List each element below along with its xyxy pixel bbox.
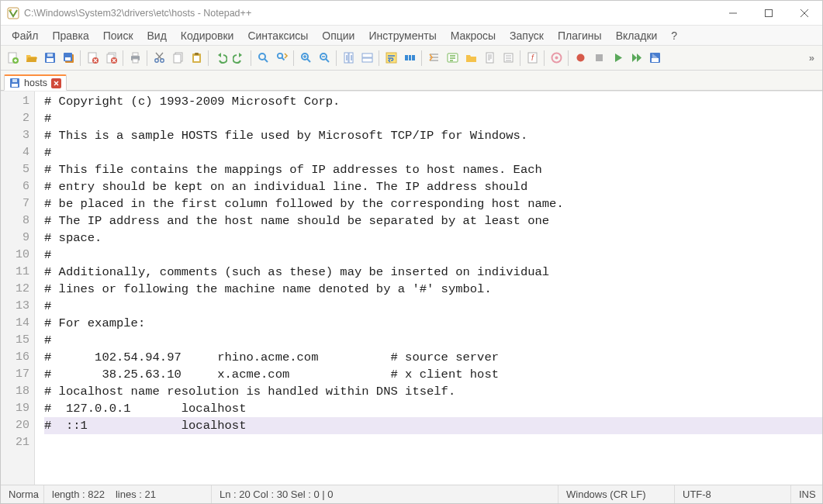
sync-v-icon[interactable] (340, 50, 357, 67)
redo-icon[interactable] (230, 50, 247, 67)
new-file-icon[interactable] (4, 50, 21, 67)
code-line[interactable]: # 127.0.0.1 localhost (44, 400, 822, 417)
toolbar-separator (251, 50, 251, 66)
code-line[interactable]: # (44, 247, 822, 264)
code-line[interactable]: # entry should be kept on an individual … (44, 178, 822, 195)
save-macro-icon[interactable] (646, 50, 663, 67)
sync-h-icon[interactable] (358, 50, 375, 67)
line-number: 8 (1, 212, 29, 230)
menu-файл[interactable]: Файл (5, 27, 44, 44)
line-number: 5 (1, 161, 29, 178)
code-line[interactable] (44, 434, 822, 451)
word-wrap-icon[interactable] (382, 50, 399, 67)
code-line[interactable]: # This is a sample HOSTS file used by Mi… (44, 127, 822, 144)
code-line[interactable]: # (44, 332, 822, 349)
code-line[interactable]: # be placed in the first column followed… (44, 195, 822, 212)
menu-кодировки[interactable]: Кодировки (175, 27, 240, 44)
svg-rect-25 (174, 54, 181, 63)
line-number: 16 (1, 349, 29, 366)
menu-макросы[interactable]: Макросы (444, 27, 502, 44)
status-eol: Windows (CR LF) (558, 485, 675, 503)
menu-инструменты[interactable]: Инструменты (362, 27, 442, 44)
close-all-icon[interactable] (102, 50, 119, 67)
code-line[interactable]: # 38.25.63.10 x.acme.com # x client host (44, 366, 822, 383)
svg-rect-3 (766, 9, 773, 16)
code-line[interactable]: # space. (44, 230, 822, 247)
svg-rect-9 (47, 58, 54, 62)
code-line[interactable]: # This file contains the mappings of IP … (44, 161, 822, 178)
toolbar-separator (293, 50, 294, 66)
copy-icon[interactable] (169, 50, 186, 67)
cut-icon[interactable] (150, 50, 168, 67)
code-line[interactable]: # (44, 110, 822, 127)
code-line[interactable]: # (44, 298, 822, 315)
close-file-icon[interactable] (84, 50, 101, 67)
disk-icon (9, 78, 20, 88)
status-encoding: UTF-8 (675, 485, 791, 503)
menu-вкладки[interactable]: Вкладки (610, 27, 664, 44)
print-icon[interactable] (126, 50, 144, 67)
menu-?[interactable]: ? (665, 27, 683, 44)
svg-point-47 (555, 57, 558, 60)
tab-close-icon[interactable] (51, 78, 61, 88)
svg-point-48 (576, 54, 584, 62)
window-controls (715, 1, 822, 25)
app-icon (7, 7, 19, 19)
code-line[interactable]: # lines or following the machine name de… (44, 281, 822, 298)
show-all-icon[interactable] (401, 50, 418, 67)
code-line[interactable]: # (44, 144, 822, 161)
toolbar-separator (544, 50, 545, 66)
tabbar: hosts (1, 71, 822, 91)
undo-icon[interactable] (212, 50, 229, 67)
indent-guide-icon[interactable] (425, 50, 442, 67)
zoom-out-icon[interactable] (316, 50, 333, 67)
line-number: 20 (1, 417, 29, 434)
menu-запуск[interactable]: Запуск (503, 27, 550, 44)
line-number: 9 (1, 230, 29, 247)
code-line[interactable]: # Copyright (c) 1993-2009 Microsoft Corp… (44, 93, 822, 110)
code-line[interactable]: # The IP address and the host name shoul… (44, 212, 822, 230)
find-icon[interactable] (254, 50, 271, 67)
maximize-button[interactable] (751, 1, 787, 25)
function-list-icon[interactable]: f (524, 50, 541, 67)
play-macro-icon[interactable] (609, 50, 626, 67)
code-area[interactable]: # Copyright (c) 1993-2009 Microsoft Corp… (35, 91, 822, 485)
code-line[interactable]: # Additionally, comments (such as these)… (44, 264, 822, 281)
toolbar-separator (379, 50, 379, 66)
monitoring-icon[interactable] (548, 50, 565, 67)
menu-опции[interactable]: Опции (316, 27, 361, 44)
menu-плагины[interactable]: Плагины (552, 27, 608, 44)
code-line[interactable]: # localhost name resolution is handled w… (44, 383, 822, 400)
line-number: 7 (1, 195, 29, 212)
save-all-icon[interactable] (60, 50, 77, 67)
close-button[interactable] (787, 1, 822, 25)
code-line[interactable]: # For example: (44, 315, 822, 332)
record-macro-icon[interactable] (572, 50, 589, 67)
replace-icon[interactable] (273, 50, 290, 67)
code-line[interactable]: # ::1 localhost (44, 417, 822, 434)
doc-map-icon[interactable] (481, 50, 498, 67)
save-file-icon[interactable] (41, 50, 58, 67)
play-multi-icon[interactable] (628, 50, 645, 67)
svg-rect-13 (65, 57, 71, 60)
lang-icon[interactable] (444, 50, 461, 67)
status-length: length : 822 lines : 21 (44, 485, 212, 503)
editor[interactable]: 123456789101112131415161718192021 # Copy… (1, 91, 822, 485)
minimize-button[interactable] (715, 1, 751, 25)
folder-icon[interactable] (462, 50, 479, 67)
menu-правка[interactable]: Правка (46, 27, 95, 44)
doc-list-icon[interactable] (500, 50, 517, 67)
menu-вид[interactable]: Вид (141, 27, 173, 44)
open-file-icon[interactable] (22, 50, 40, 67)
toolbar-overflow[interactable]: » (804, 52, 819, 64)
menu-поиск[interactable]: Поиск (97, 27, 140, 44)
code-line[interactable]: # 102.54.94.97 rhino.acme.com # source s… (44, 349, 822, 366)
paste-icon[interactable] (188, 50, 205, 67)
menu-синтаксисы[interactable]: Синтаксисы (241, 27, 314, 44)
tab-hosts[interactable]: hosts (4, 74, 67, 91)
zoom-in-icon[interactable] (297, 50, 314, 67)
line-number: 21 (1, 434, 29, 451)
svg-point-23 (160, 59, 163, 62)
line-number: 3 (1, 127, 29, 144)
stop-macro-icon[interactable] (590, 50, 607, 67)
